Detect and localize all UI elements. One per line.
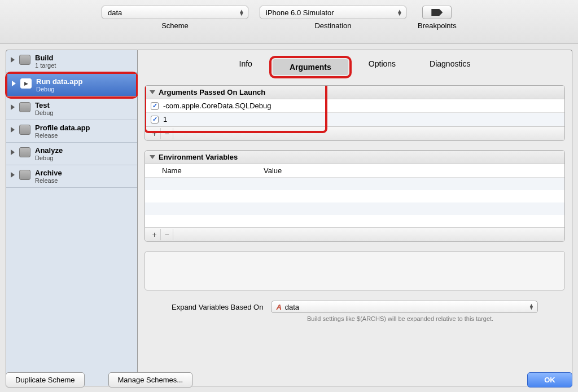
arguments-list: ✓ -com.apple.CoreData.SQLDebug ✓ 1 [145, 99, 564, 126]
expand-row: Expand Variables Based On A data ▲▼ [138, 293, 572, 313]
remove-env-button[interactable]: − [161, 229, 173, 240]
chevron-down-icon [150, 155, 155, 159]
env-col-name: Name [162, 166, 264, 175]
destination-label: Destination [314, 21, 351, 30]
sidebar-item-profile[interactable]: Profile data.app Release [6, 120, 137, 143]
sidebar-title: Test [35, 101, 53, 109]
manage-schemes-button[interactable]: Manage Schemes... [108, 372, 193, 387]
sidebar-item-build[interactable]: Build 1 target [6, 50, 137, 73]
add-env-button[interactable]: + [148, 229, 161, 240]
env-section: Environment Variables Name Value + − [144, 150, 565, 242]
env-columns: Name Value [145, 164, 564, 178]
scheme-sidebar: Build 1 target ▶ Run data.app Debug Test… [6, 50, 138, 386]
analyze-icon [19, 147, 30, 157]
breakpoint-icon [431, 9, 443, 16]
disclosure-icon [11, 57, 15, 63]
arguments-section: Arguments Passed On Launch ✓ -com.apple.… [144, 85, 565, 141]
scheme-dropdown[interactable]: data ▲▼ [102, 6, 248, 19]
arguments-heading: Arguments Passed On Launch [159, 88, 265, 96]
sidebar-sub: Debug [35, 109, 53, 116]
sidebar-item-analyze[interactable]: Analyze Debug [6, 143, 137, 165]
argument-row[interactable]: ✓ 1 [145, 113, 564, 126]
sidebar-title: Run data.app [36, 77, 82, 86]
archive-icon [19, 170, 30, 180]
toolbar: data ▲▼ Scheme iPhone 6.0 Simulator ▲▼ D… [0, 0, 578, 44]
disclosure-icon [11, 149, 15, 155]
updown-icon: ▲▼ [397, 10, 402, 15]
destination-value: iPhone 6.0 Simulator [266, 8, 334, 17]
chevron-down-icon [150, 90, 155, 94]
sidebar-item-archive[interactable]: Archive Release [6, 165, 137, 188]
duplicate-scheme-button[interactable]: Duplicate Scheme [6, 372, 85, 387]
expand-select[interactable]: A data ▲▼ [271, 301, 538, 313]
profile-icon [19, 125, 30, 135]
sidebar-title: Build [35, 54, 56, 62]
sidebar-sub: Release [35, 177, 62, 184]
sidebar-sub: Debug [35, 155, 63, 161]
disclosure-icon [11, 172, 15, 178]
add-argument-button[interactable]: + [148, 128, 161, 139]
table-row[interactable] [145, 178, 564, 190]
tab-options[interactable]: Options [352, 56, 413, 78]
sidebar-item-test[interactable]: Test Debug [6, 98, 137, 120]
tab-arguments[interactable]: Arguments [273, 59, 348, 75]
disclosure-icon [12, 81, 16, 86]
ok-button[interactable]: OK [527, 372, 572, 387]
destination-dropdown[interactable]: iPhone 6.0 Simulator ▲▼ [260, 6, 406, 19]
env-heading: Environment Variables [159, 153, 238, 161]
breakpoints-group: Breakpoints [418, 6, 457, 30]
checkbox-icon[interactable]: ✓ [151, 102, 159, 110]
sidebar-title: Archive [35, 169, 62, 177]
scheme-group: data ▲▼ Scheme [102, 6, 248, 30]
disclosure-icon [11, 127, 15, 133]
arguments-header[interactable]: Arguments Passed On Launch [145, 86, 564, 99]
sidebar-sub: 1 target [35, 62, 56, 69]
main-area: Build 1 target ▶ Run data.app Debug Test… [0, 44, 578, 392]
run-icon: ▶ [20, 78, 32, 89]
breakpoints-label: Breakpoints [418, 21, 457, 30]
scheme-value: data [108, 8, 122, 17]
sidebar-sub: Release [35, 132, 90, 139]
sidebar-title: Profile data.app [35, 124, 90, 132]
arguments-footer: + − [145, 126, 564, 140]
tabbar: Info Arguments Options Diagnostics [138, 50, 572, 83]
table-row[interactable] [145, 202, 564, 215]
breakpoints-button[interactable] [422, 6, 452, 19]
table-row[interactable] [145, 190, 564, 202]
expand-hint: Build settings like $(ARCHS) will be exp… [138, 313, 572, 328]
spacer-panel [144, 251, 565, 290]
sidebar-sub: Debug [36, 86, 82, 93]
argument-text: -com.apple.CoreData.SQLDebug [163, 102, 272, 110]
env-body [145, 178, 564, 227]
updown-icon: ▲▼ [239, 10, 244, 15]
bottom-bar: Duplicate Scheme Manage Schemes... OK [6, 372, 572, 387]
highlight-run: ▶ Run data.app Debug [5, 72, 138, 99]
tab-info[interactable]: Info [222, 56, 269, 78]
target-icon: A [276, 303, 281, 311]
sidebar-item-run[interactable]: ▶ Run data.app Debug [7, 74, 136, 96]
disclosure-icon [11, 104, 15, 110]
highlight-arguments-tab: Arguments [269, 56, 352, 78]
expand-value: data [285, 303, 299, 311]
env-col-value: Value [264, 166, 282, 175]
test-icon [19, 102, 30, 112]
tab-diagnostics[interactable]: Diagnostics [413, 56, 487, 78]
scheme-label: Scheme [161, 21, 189, 30]
build-icon [19, 55, 30, 65]
argument-text: 1 [163, 115, 167, 124]
remove-argument-button[interactable]: − [161, 128, 173, 139]
env-header[interactable]: Environment Variables [145, 151, 564, 164]
detail-panel: Info Arguments Options Diagnostics Argum… [138, 50, 572, 386]
sidebar-title: Analyze [35, 146, 63, 155]
argument-row[interactable]: ✓ -com.apple.CoreData.SQLDebug [145, 99, 564, 113]
updown-icon: ▲▼ [529, 304, 534, 310]
checkbox-icon[interactable]: ✓ [151, 116, 159, 124]
expand-label: Expand Variables Based On [172, 303, 263, 311]
env-footer: + − [145, 227, 564, 241]
destination-group: iPhone 6.0 Simulator ▲▼ Destination [260, 6, 406, 30]
table-row[interactable] [145, 215, 564, 227]
